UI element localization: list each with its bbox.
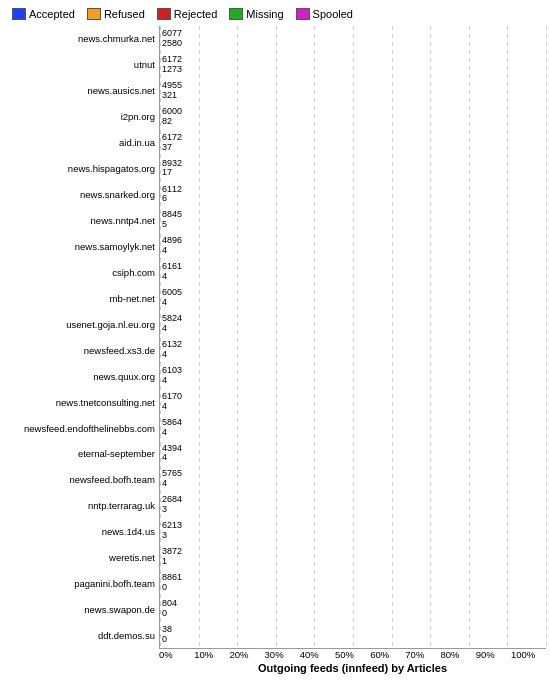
bar-label-text: 38721: [162, 547, 182, 567]
bar-label-text: 88610: [162, 573, 182, 593]
y-label: newsfeed.bofh.team: [4, 471, 155, 489]
x-tick: 0%: [159, 649, 194, 660]
bar-label-text: 26843: [162, 495, 182, 515]
bar-row: 57654: [160, 470, 546, 488]
y-label: utnut: [4, 56, 155, 74]
bar-label-text: 43944: [162, 444, 182, 464]
legend-label-spooled: Spooled: [313, 8, 353, 20]
bar-row: 380: [160, 626, 546, 644]
legend-accepted: Accepted: [12, 8, 75, 20]
bar-row: 88610: [160, 574, 546, 592]
bar-label-text: 88455: [162, 210, 182, 230]
y-label: news.1d4.us: [4, 523, 155, 541]
x-tick: 20%: [229, 649, 264, 660]
bar-label-text: 380: [162, 625, 172, 645]
y-label: ddt.demos.su: [4, 627, 155, 645]
bar-row: 61614: [160, 263, 546, 281]
legend: Accepted Refused Rejected Missing Spoole…: [4, 4, 546, 26]
x-tick: 30%: [265, 649, 300, 660]
legend-label-refused: Refused: [104, 8, 145, 20]
bar-row: 893217: [160, 159, 546, 177]
bar-row: 61704: [160, 393, 546, 411]
chart-area: news.chmurka.netutnutnews.ausics.neti2pn…: [4, 26, 546, 649]
legend-spooled: Spooled: [296, 8, 353, 20]
y-label: news.samoylyk.net: [4, 238, 155, 256]
y-labels: news.chmurka.netutnutnews.ausics.neti2pn…: [4, 26, 159, 649]
legend-color-missing: [229, 8, 243, 20]
bar-row: 61034: [160, 367, 546, 385]
legend-label-missing: Missing: [246, 8, 283, 20]
y-label: news.snarked.org: [4, 186, 155, 204]
y-label: mb-net.net: [4, 290, 155, 308]
bar-label-text: 60054: [162, 288, 182, 308]
bar-label-text: 60772580: [162, 29, 182, 49]
bar-row: 58644: [160, 419, 546, 437]
bar-row: 38721: [160, 548, 546, 566]
bar-row: 61721273: [160, 56, 546, 74]
y-label: news.swapon.de: [4, 601, 155, 619]
bar-label-text: 617237: [162, 133, 182, 153]
x-tick: 10%: [194, 649, 229, 660]
legend-color-accepted: [12, 8, 26, 20]
bar-row: 48964: [160, 237, 546, 255]
y-label: news.chmurka.net: [4, 30, 155, 48]
y-label: newsfeed.xs3.de: [4, 341, 155, 359]
bar-row: 60054: [160, 289, 546, 307]
y-label: paganini.bofh.team: [4, 575, 155, 593]
bar-row: 61126: [160, 185, 546, 203]
legend-rejected: Rejected: [157, 8, 217, 20]
bar-row: 58244: [160, 315, 546, 333]
legend-color-spooled: [296, 8, 310, 20]
chart-container: Accepted Refused Rejected Missing Spoole…: [0, 0, 550, 680]
bar-label-text: 61324: [162, 340, 182, 360]
x-tick: 100%: [511, 649, 546, 660]
bar-label-text: 61126: [162, 185, 182, 205]
bar-row: 60772580: [160, 30, 546, 48]
y-label: news.nntp4.net: [4, 212, 155, 230]
bar-label-text: 61614: [162, 262, 182, 282]
bar-row: 61324: [160, 341, 546, 359]
bar-label-text: 61034: [162, 366, 182, 386]
x-tick: 40%: [300, 649, 335, 660]
bar-label-text: 58244: [162, 314, 182, 334]
y-label: eternal-september: [4, 445, 155, 463]
bar-row: 62133: [160, 522, 546, 540]
legend-missing: Missing: [229, 8, 283, 20]
x-tick: 90%: [476, 649, 511, 660]
bar-label-text: 58644: [162, 418, 182, 438]
bar-label-text: 48964: [162, 236, 182, 256]
y-label: news.ausics.net: [4, 82, 155, 100]
y-label: i2pn.org: [4, 108, 155, 126]
bars-area: 6077258061721273495532160008261723789321…: [159, 26, 546, 649]
x-tick: 80%: [441, 649, 476, 660]
y-label: csiph.com: [4, 264, 155, 282]
bar-row: 26843: [160, 496, 546, 514]
legend-refused: Refused: [87, 8, 145, 20]
bar-row: 600082: [160, 108, 546, 126]
y-label: aid.in.ua: [4, 134, 155, 152]
y-label: news.hispagatos.org: [4, 160, 155, 178]
grid-line: [546, 26, 547, 648]
bar-row: 43944: [160, 444, 546, 462]
y-label: weretis.net: [4, 549, 155, 567]
legend-label-rejected: Rejected: [174, 8, 217, 20]
y-label: news.quux.org: [4, 367, 155, 385]
x-title: Outgoing feeds (innfeed) by Articles: [4, 660, 546, 676]
x-tick: 50%: [335, 649, 370, 660]
x-axis-labels: 0%10%20%30%40%50%60%70%80%90%100%: [4, 649, 546, 660]
bar-label-text: 61721273: [162, 55, 182, 75]
y-label: news.tnetconsulting.net: [4, 393, 155, 411]
bar-row: 4955321: [160, 82, 546, 100]
legend-color-refused: [87, 8, 101, 20]
y-label: nntp.terrarag.uk: [4, 497, 155, 515]
bar-label-text: 600082: [162, 107, 182, 127]
y-label: usenet.goja.nl.eu.org: [4, 315, 155, 333]
bar-label-text: 8040: [162, 599, 177, 619]
bar-label-text: 893217: [162, 159, 182, 179]
legend-label-accepted: Accepted: [29, 8, 75, 20]
bar-label-text: 61704: [162, 392, 182, 412]
bar-label-text: 4955321: [162, 81, 182, 101]
bar-row: 8040: [160, 600, 546, 618]
x-tick: 60%: [370, 649, 405, 660]
bar-row: 617237: [160, 134, 546, 152]
